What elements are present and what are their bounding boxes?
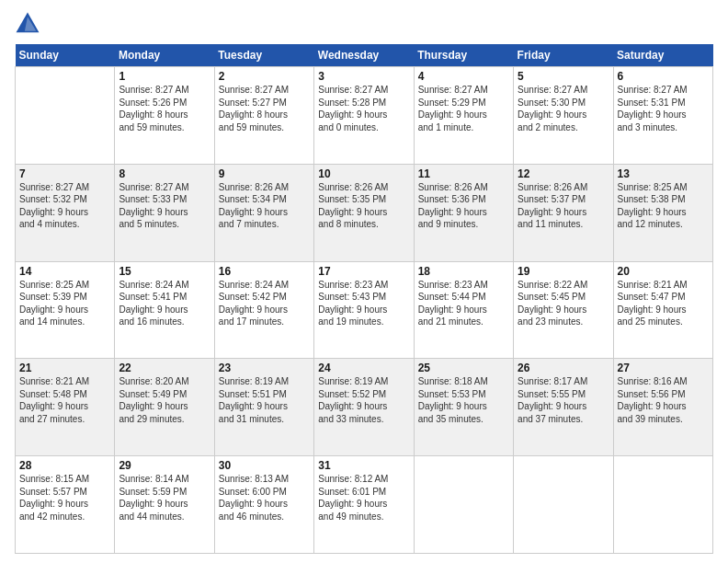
day-detail: Sunrise: 8:24 AM Sunset: 5:41 PM Dayligh… [119, 279, 210, 328]
day-detail: Sunrise: 8:15 AM Sunset: 5:57 PM Dayligh… [19, 473, 110, 523]
header-cell-friday: Friday [514, 44, 613, 67]
header-cell-sunday: Sunday [16, 44, 115, 67]
day-detail: Sunrise: 8:27 AM Sunset: 5:31 PM Dayligh… [618, 84, 709, 133]
day-cell: 28Sunrise: 8:15 AM Sunset: 5:57 PM Dayli… [16, 456, 115, 554]
day-detail: Sunrise: 8:27 AM Sunset: 5:28 PM Dayligh… [318, 84, 409, 133]
header-cell-saturday: Saturday [613, 44, 712, 67]
day-cell: 25Sunrise: 8:18 AM Sunset: 5:53 PM Dayli… [414, 359, 513, 456]
day-number: 12 [518, 167, 609, 180]
day-number: 21 [19, 362, 110, 374]
day-cell: 10Sunrise: 8:26 AM Sunset: 5:35 PM Dayli… [314, 164, 414, 261]
day-detail: Sunrise: 8:12 AM Sunset: 6:01 PM Dayligh… [318, 473, 409, 523]
header-cell-tuesday: Tuesday [214, 44, 313, 67]
day-detail: Sunrise: 8:27 AM Sunset: 5:33 PM Dayligh… [119, 181, 210, 231]
day-cell: 9Sunrise: 8:26 AM Sunset: 5:34 PM Daylig… [214, 164, 313, 261]
day-number: 17 [318, 265, 409, 278]
day-detail: Sunrise: 8:26 AM Sunset: 5:35 PM Dayligh… [318, 181, 409, 231]
day-cell: 5Sunrise: 8:27 AM Sunset: 5:30 PM Daylig… [514, 67, 613, 165]
day-cell: 27Sunrise: 8:16 AM Sunset: 5:56 PM Dayli… [613, 359, 712, 456]
day-number: 19 [518, 265, 609, 278]
day-cell: 18Sunrise: 8:23 AM Sunset: 5:44 PM Dayli… [414, 261, 513, 359]
day-number: 3 [318, 70, 409, 83]
day-cell: 2Sunrise: 8:27 AM Sunset: 5:27 PM Daylig… [214, 67, 313, 165]
day-detail: Sunrise: 8:13 AM Sunset: 6:00 PM Dayligh… [219, 473, 310, 523]
day-detail: Sunrise: 8:19 AM Sunset: 5:51 PM Dayligh… [219, 375, 310, 425]
day-cell: 1Sunrise: 8:27 AM Sunset: 5:26 PM Daylig… [115, 67, 214, 165]
day-detail: Sunrise: 8:20 AM Sunset: 5:49 PM Dayligh… [119, 375, 210, 425]
day-number: 25 [418, 362, 509, 374]
day-number: 15 [119, 265, 210, 278]
week-row-2: 7Sunrise: 8:27 AM Sunset: 5:32 PM Daylig… [16, 164, 713, 261]
day-number: 5 [518, 70, 609, 83]
day-detail: Sunrise: 8:27 AM Sunset: 5:26 PM Dayligh… [119, 84, 210, 133]
day-number: 14 [19, 265, 110, 278]
day-number: 26 [518, 362, 609, 374]
week-row-3: 14Sunrise: 8:25 AM Sunset: 5:39 PM Dayli… [16, 261, 713, 359]
day-detail: Sunrise: 8:26 AM Sunset: 5:34 PM Dayligh… [219, 181, 310, 231]
day-number: 29 [119, 459, 210, 472]
day-number: 7 [19, 167, 110, 180]
day-detail: Sunrise: 8:24 AM Sunset: 5:42 PM Dayligh… [219, 279, 310, 328]
day-number: 28 [19, 459, 110, 472]
day-detail: Sunrise: 8:26 AM Sunset: 5:37 PM Dayligh… [518, 181, 609, 231]
week-row-1: 1Sunrise: 8:27 AM Sunset: 5:26 PM Daylig… [16, 67, 713, 165]
day-cell: 11Sunrise: 8:26 AM Sunset: 5:36 PM Dayli… [414, 164, 513, 261]
day-detail: Sunrise: 8:25 AM Sunset: 5:39 PM Dayligh… [19, 279, 110, 328]
day-cell: 24Sunrise: 8:19 AM Sunset: 5:52 PM Dayli… [314, 359, 414, 456]
day-cell: 23Sunrise: 8:19 AM Sunset: 5:51 PM Dayli… [214, 359, 313, 456]
day-cell: 4Sunrise: 8:27 AM Sunset: 5:29 PM Daylig… [414, 67, 513, 165]
day-detail: Sunrise: 8:21 AM Sunset: 5:48 PM Dayligh… [19, 375, 110, 425]
header-row: SundayMondayTuesdayWednesdayThursdayFrid… [16, 44, 713, 67]
day-cell [613, 456, 712, 554]
day-cell [16, 67, 115, 165]
logo-icon [15, 11, 40, 37]
day-number: 1 [119, 70, 210, 83]
logo [15, 11, 44, 37]
day-number: 11 [418, 167, 509, 180]
day-number: 9 [219, 167, 310, 180]
header-cell-wednesday: Wednesday [314, 44, 414, 67]
day-cell: 26Sunrise: 8:17 AM Sunset: 5:55 PM Dayli… [514, 359, 613, 456]
day-number: 20 [618, 265, 709, 278]
day-number: 18 [418, 265, 509, 278]
day-cell: 14Sunrise: 8:25 AM Sunset: 5:39 PM Dayli… [16, 261, 115, 359]
day-cell: 12Sunrise: 8:26 AM Sunset: 5:37 PM Dayli… [514, 164, 613, 261]
day-detail: Sunrise: 8:27 AM Sunset: 5:29 PM Dayligh… [418, 84, 509, 133]
day-number: 27 [618, 362, 709, 374]
day-cell [414, 456, 513, 554]
day-cell: 6Sunrise: 8:27 AM Sunset: 5:31 PM Daylig… [613, 67, 712, 165]
day-cell: 7Sunrise: 8:27 AM Sunset: 5:32 PM Daylig… [16, 164, 115, 261]
day-cell: 30Sunrise: 8:13 AM Sunset: 6:00 PM Dayli… [214, 456, 313, 554]
week-row-5: 28Sunrise: 8:15 AM Sunset: 5:57 PM Dayli… [16, 456, 713, 554]
day-cell [514, 456, 613, 554]
day-number: 8 [119, 167, 210, 180]
day-number: 6 [618, 70, 709, 83]
day-detail: Sunrise: 8:23 AM Sunset: 5:43 PM Dayligh… [318, 279, 409, 328]
day-cell: 22Sunrise: 8:20 AM Sunset: 5:49 PM Dayli… [115, 359, 214, 456]
header [15, 11, 713, 37]
day-cell: 15Sunrise: 8:24 AM Sunset: 5:41 PM Dayli… [115, 261, 214, 359]
day-detail: Sunrise: 8:27 AM Sunset: 5:30 PM Dayligh… [518, 84, 609, 133]
day-number: 16 [219, 265, 310, 278]
calendar-table: SundayMondayTuesdayWednesdayThursdayFrid… [15, 44, 713, 554]
day-cell: 31Sunrise: 8:12 AM Sunset: 6:01 PM Dayli… [314, 456, 414, 554]
day-cell: 29Sunrise: 8:14 AM Sunset: 5:59 PM Dayli… [115, 456, 214, 554]
day-number: 10 [318, 167, 409, 180]
day-detail: Sunrise: 8:19 AM Sunset: 5:52 PM Dayligh… [318, 375, 409, 425]
day-detail: Sunrise: 8:26 AM Sunset: 5:36 PM Dayligh… [418, 181, 509, 231]
page: SundayMondayTuesdayWednesdayThursdayFrid… [0, 0, 728, 563]
day-detail: Sunrise: 8:25 AM Sunset: 5:38 PM Dayligh… [618, 181, 709, 231]
day-cell: 3Sunrise: 8:27 AM Sunset: 5:28 PM Daylig… [314, 67, 414, 165]
day-number: 22 [119, 362, 210, 374]
day-number: 4 [418, 70, 509, 83]
week-row-4: 21Sunrise: 8:21 AM Sunset: 5:48 PM Dayli… [16, 359, 713, 456]
header-cell-monday: Monday [115, 44, 214, 67]
day-cell: 13Sunrise: 8:25 AM Sunset: 5:38 PM Dayli… [613, 164, 712, 261]
day-detail: Sunrise: 8:21 AM Sunset: 5:47 PM Dayligh… [618, 279, 709, 328]
day-detail: Sunrise: 8:27 AM Sunset: 5:27 PM Dayligh… [219, 84, 310, 133]
day-number: 30 [219, 459, 310, 472]
header-cell-thursday: Thursday [414, 44, 513, 67]
day-number: 2 [219, 70, 310, 83]
day-number: 13 [618, 167, 709, 180]
day-detail: Sunrise: 8:17 AM Sunset: 5:55 PM Dayligh… [518, 375, 609, 425]
